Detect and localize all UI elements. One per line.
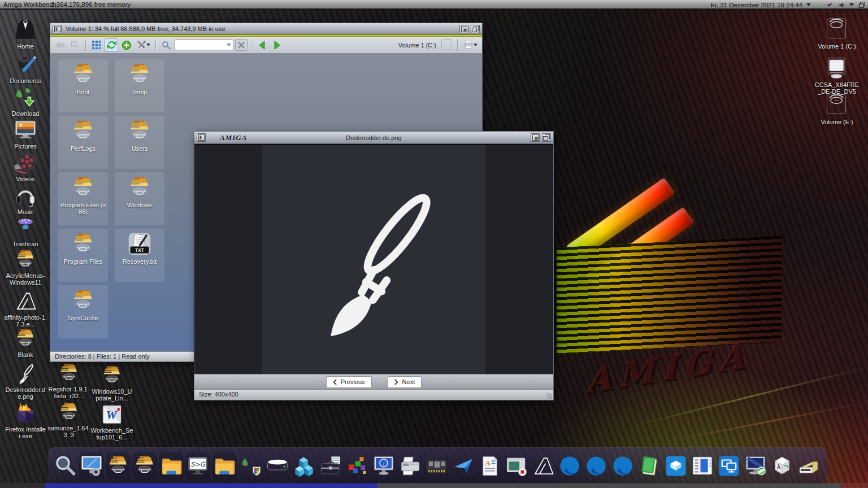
network-globe-icon[interactable] [815, 1, 822, 8]
desktop-icon-documents[interactable]: Documents [4, 53, 47, 84]
file-item-program-files-x86[interactable]: Program Files (x86) [58, 172, 108, 225]
desktop-icon-deskmodder-png[interactable]: Deskmodder.de.png [4, 361, 47, 400]
file-item-symcache[interactable]: SymCache [58, 285, 108, 338]
file-item-users[interactable]: Users [115, 116, 164, 169]
depth-gadget-button[interactable] [542, 133, 551, 142]
image-viewer-window[interactable]: AMIGA Deskmodder.de.png Previous Nex [194, 131, 554, 400]
select-mode-button[interactable] [68, 38, 82, 52]
dock-folder-icon[interactable] [212, 452, 237, 480]
dock-lambda-tool-icon[interactable] [770, 451, 795, 481]
desktop-icon-music[interactable]: Music [4, 184, 47, 215]
view-grid-button[interactable] [89, 38, 103, 52]
dock-defrag-icon[interactable] [345, 451, 370, 481]
desktop-icon-volume-e[interactable]: Volume (E:) [814, 93, 860, 125]
dock-search-icon[interactable] [53, 451, 77, 481]
dock-toolbox-icon[interactable] [318, 451, 343, 481]
desktop-icon-trashcan[interactable]: Trashcan [4, 216, 47, 247]
dock-remote-desktop-icon[interactable] [743, 451, 768, 481]
desktop-icon-blank[interactable]: Blank [4, 328, 47, 358]
desktop-icon-firefox-installer[interactable]: Firefox Installer.exe [4, 401, 47, 439]
dock-memory-module-icon[interactable] [424, 451, 449, 481]
file-item-recovery-txt[interactable]: Recovery.txt [115, 229, 164, 282]
viewer-statusbar: Size: 400x400 [194, 389, 553, 400]
file-item-label: SymCache [67, 315, 99, 321]
icon-label: Download [12, 110, 40, 117]
depth-gadget-button[interactable] [471, 25, 480, 33]
dock-edge-browser-icon[interactable] [584, 451, 609, 481]
dock-affinity-photo-icon[interactable] [531, 451, 555, 481]
viewer-titlebar[interactable]: AMIGA Deskmodder.de.png [194, 132, 553, 144]
back-button[interactable] [53, 38, 67, 52]
image-view-area[interactable] [194, 145, 553, 374]
dock-display-switch-icon[interactable] [717, 451, 741, 481]
dock-sandbox-icon[interactable] [663, 451, 688, 481]
airplane-mode-icon[interactable] [826, 1, 834, 8]
dock-paper-plane-icon[interactable] [451, 451, 476, 481]
refresh-button[interactable] [105, 38, 118, 52]
nav-previous-button[interactable] [255, 38, 268, 52]
file-window-titlebar[interactable]: Volume 1: 34 % full 66.588,0 MB free, 34… [50, 23, 482, 35]
nav-next-button[interactable] [270, 38, 284, 52]
desktop-icon-volume-c[interactable]: Volume 1 (C:) [814, 17, 860, 50]
volume-selector-label: Volume 1 (C:) [398, 42, 436, 49]
dock-file-cabinet-icon[interactable] [132, 452, 157, 480]
dock-screenshot-tool-icon[interactable] [79, 452, 104, 480]
dock-notepad-icon[interactable] [637, 451, 662, 481]
taskbar-strip[interactable] [0, 483, 868, 488]
dock-edge-browser-icon[interactable] [557, 451, 582, 481]
close-gadget-button[interactable] [197, 133, 206, 142]
desktop-icon-download[interactable]: Download [4, 85, 47, 117]
desktop-icon-acrylicmenus[interactable]: AcrylicMenus-Windows11 [4, 249, 47, 286]
clear-search-button[interactable] [235, 39, 248, 51]
desktop-icon-workbench-setup[interactable]: Workbench_Setup101_6... [90, 403, 133, 441]
dock-hard-drive-icon[interactable] [265, 451, 290, 481]
previous-button[interactable]: Previous [326, 376, 372, 388]
window-switcher-icon[interactable] [858, 1, 866, 8]
desktop-icon-videos[interactable]: Videos [4, 151, 47, 182]
file-item-temp[interactable]: Temp [115, 59, 164, 112]
desktop-icon-samurize[interactable]: samurize_1.64.3_3 [47, 401, 90, 438]
drawer-icon [70, 175, 97, 200]
add-button[interactable] [120, 38, 133, 52]
desktop-icon-pictures[interactable]: Pictures [4, 118, 47, 150]
dock-fax-icon[interactable] [398, 451, 423, 481]
dock-registry-editor-icon[interactable] [292, 451, 316, 481]
desktop-icon-regshot[interactable]: Regshot-1.9.1-beta_r32... [47, 362, 90, 399]
volume-drive-icon[interactable] [440, 38, 454, 52]
chevron-left-icon [333, 379, 337, 385]
minimize-gadget-button[interactable] [459, 25, 468, 33]
next-button[interactable]: Next [388, 376, 422, 388]
desktop-icon-windows10-update[interactable]: Windows10_Update_Lin... [90, 364, 133, 402]
tools-menu-button[interactable] [135, 38, 152, 52]
volume-icon[interactable] [838, 2, 845, 8]
dock-task-window-icon[interactable] [690, 451, 715, 481]
clock-dropdown-icon[interactable] [806, 3, 811, 6]
icon-label: Home [17, 43, 33, 50]
dock-folder-icon[interactable] [159, 452, 184, 480]
file-item-program-files[interactable]: Program Files [58, 229, 108, 282]
minimize-gadget-button[interactable] [531, 133, 540, 142]
dock-internet-security-icon[interactable] [238, 451, 263, 481]
dock-file-cabinet-icon[interactable] [106, 452, 131, 480]
close-gadget-button[interactable] [53, 25, 62, 33]
file-item-perflogs[interactable]: PerfLogs [58, 116, 108, 169]
file-item-boot[interactable]: Boot [58, 59, 108, 112]
paintbrush-icon [13, 361, 38, 385]
dock-edge-browser-icon[interactable] [610, 451, 635, 481]
chevron-right-icon [394, 379, 398, 385]
dock-snagit-icon[interactable] [185, 452, 210, 480]
file-item-label: Boot [76, 89, 91, 95]
icon-label: Deskmodder.de.png [4, 386, 47, 400]
desktop-icon-affinity-photo[interactable]: affinity-photo-1.7.3.e... [4, 289, 47, 328]
desktop-icon-home[interactable]: Home [4, 18, 47, 50]
resize-grip[interactable] [546, 393, 552, 399]
print-menu-button[interactable] [461, 38, 479, 52]
dock-system-info-icon[interactable] [371, 451, 396, 481]
viewer-controls: Previous Next [194, 374, 553, 389]
file-item-windows[interactable]: Windows [115, 172, 164, 225]
dock-scanner-icon[interactable] [796, 451, 821, 481]
search-input[interactable] [175, 40, 233, 50]
dock-wordpad-icon[interactable] [478, 451, 502, 481]
volume-dropdown-icon[interactable] [849, 3, 854, 6]
dock-screen-recorder-icon[interactable] [504, 451, 529, 481]
